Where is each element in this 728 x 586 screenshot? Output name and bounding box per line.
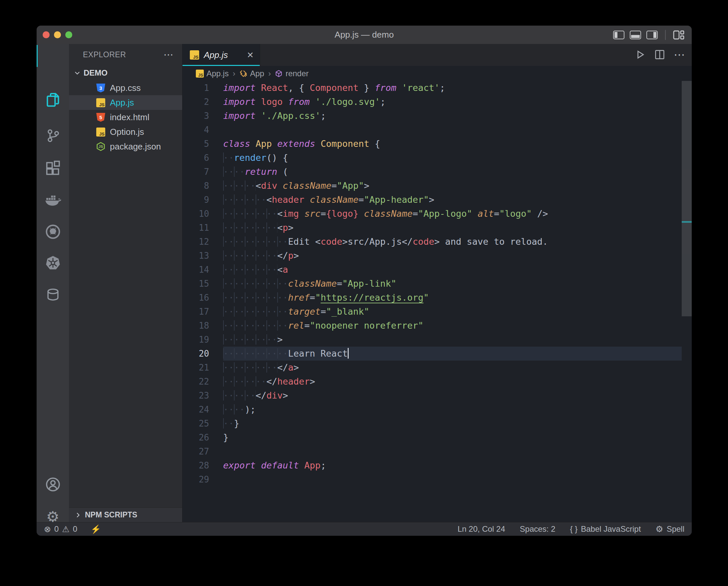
kubernetes-icon: [45, 256, 61, 271]
breadcrumb-app[interactable]: App: [239, 69, 264, 78]
lightning-icon: ⚡: [90, 525, 101, 533]
line-number: 1: [182, 81, 209, 95]
code-line-13[interactable]: 13··········</p>: [182, 249, 692, 263]
node-file-icon: JS: [96, 142, 105, 151]
code-line-2[interactable]: 2import logo from './logo.svg';: [182, 95, 692, 109]
code-line-16[interactable]: 16············href="https://reactjs.org": [182, 291, 692, 305]
line-number: 29: [182, 473, 209, 486]
account-icon: [45, 477, 61, 492]
code-line-11[interactable]: 11··········<p>: [182, 221, 692, 235]
breadcrumb-render[interactable]: render: [275, 69, 308, 78]
code-line-21[interactable]: 21··········</a>: [182, 361, 692, 375]
code-line-17[interactable]: 17············target="_blank": [182, 305, 692, 319]
breadcrumbs: JSApp.js›App›render: [182, 66, 692, 81]
file-label: index.html: [110, 112, 150, 123]
explorer-title: EXPLORER: [83, 50, 163, 59]
line-number: 23: [182, 389, 209, 403]
line-number: 10: [182, 207, 209, 221]
file-item-App.js[interactable]: JSApp.js: [69, 95, 182, 110]
spell-gear-icon: ⚙: [655, 525, 663, 533]
code-line-18[interactable]: 18············rel="noopener noreferrer": [182, 319, 692, 332]
code-line-19[interactable]: 19··········>: [182, 332, 692, 347]
line-number: 28: [182, 458, 209, 473]
code-line-28[interactable]: 28export default App;: [182, 458, 692, 473]
chevron-right-icon: [74, 511, 82, 519]
vscode-window: App.js — demo: [36, 26, 692, 536]
js-file-icon: JS: [190, 50, 199, 60]
code-line-14[interactable]: 14··········<a: [182, 263, 692, 277]
code-line-25[interactable]: 25··}: [182, 417, 692, 430]
file-item-Option.js[interactable]: JSOption.js: [69, 125, 182, 139]
code-line-3[interactable]: 3import './App.css';: [182, 109, 692, 123]
code-line-5[interactable]: 5class App extends Component {: [182, 137, 692, 151]
run-button[interactable]: [634, 49, 646, 60]
line-number: 12: [182, 235, 209, 249]
code-line-27[interactable]: 27: [182, 445, 692, 458]
breadcrumb-app-js[interactable]: JSApp.js: [196, 69, 229, 78]
cursor-overview-mark: [682, 221, 692, 223]
code-line-9[interactable]: 9········<header className="App-header">: [182, 193, 692, 207]
toggle-panel-icon[interactable]: [630, 31, 641, 39]
accounts-button[interactable]: [36, 473, 69, 496]
method-symbol-icon: [275, 70, 283, 78]
line-number: 22: [182, 375, 209, 389]
code-line-10[interactable]: 10··········<img src={logo} className="A…: [182, 207, 692, 221]
tab-appjs[interactable]: JS App.js ✕: [182, 44, 260, 66]
scrollbar-thumb[interactable]: [682, 81, 692, 316]
sidebar-item-source-control[interactable]: [36, 124, 69, 147]
code-line-8[interactable]: 8······<div className="App">: [182, 179, 692, 193]
file-label: Option.js: [110, 127, 144, 137]
line-number: 24: [182, 403, 209, 417]
status-bar: ⊗ 0 ⚠ 0 ⚡ Ln 20, Col 24 Spaces: 2 { } Ba…: [36, 522, 692, 536]
code-line-26[interactable]: 26}: [182, 430, 692, 445]
npm-scripts-section[interactable]: NPM SCRIPTS: [69, 507, 182, 522]
line-number: 19: [182, 332, 209, 347]
sidebar-item-database[interactable]: [36, 283, 69, 306]
power-indicator[interactable]: ⚡: [90, 525, 101, 533]
indentation-indicator[interactable]: Spaces: 2: [520, 525, 555, 534]
sidebar-item-docker[interactable]: [36, 188, 69, 212]
code-line-1[interactable]: 1import React, { Component } from 'react…: [182, 81, 692, 95]
line-number: 14: [182, 263, 209, 277]
close-tab-icon[interactable]: ✕: [247, 50, 254, 60]
titlebar-divider: [665, 30, 666, 40]
sidebar-item-kubernetes[interactable]: [36, 251, 69, 275]
toggle-sidebar-icon[interactable]: [613, 31, 624, 39]
file-list: 3App.cssJSApp.js5index.htmlJSOption.jsJS…: [69, 81, 182, 154]
file-item-package.json[interactable]: JSpackage.json: [69, 139, 182, 154]
line-number: 21: [182, 361, 209, 375]
cursor-position-indicator[interactable]: Ln 20, Col 24: [458, 525, 505, 534]
explorer-sidebar: EXPLORER ⋯ DEMO 3App.cssJSApp.js5index.h…: [69, 44, 182, 522]
code-line-7[interactable]: 7····return (: [182, 165, 692, 179]
line-number: 13: [182, 249, 209, 263]
sidebar-item-github[interactable]: [36, 220, 69, 243]
title-bar[interactable]: App.js — demo: [36, 26, 692, 44]
tab-bar: JS App.js ✕ ⋯: [182, 44, 692, 66]
language-mode-indicator[interactable]: { } Babel JavaScript: [570, 525, 641, 534]
code-line-12[interactable]: 12············Edit <code>src/App.js</cod…: [182, 235, 692, 249]
code-line-6[interactable]: 6··render() {: [182, 151, 692, 165]
toggle-secondary-sidebar-icon[interactable]: [646, 31, 658, 39]
file-item-App.css[interactable]: 3App.css: [69, 81, 182, 95]
spell-checker-indicator[interactable]: ⚙ Spell: [655, 525, 684, 534]
settings-button[interactable]: ⚙: [36, 505, 69, 528]
code-line-29[interactable]: 29: [182, 473, 692, 486]
sidebar-item-extensions[interactable]: [36, 156, 69, 180]
customize-layout-icon[interactable]: [673, 30, 684, 40]
file-item-index.html[interactable]: 5index.html: [69, 110, 182, 125]
code-line-4[interactable]: 4: [182, 123, 692, 137]
code-line-23[interactable]: 23······</div>: [182, 389, 692, 403]
file-label: package.json: [110, 141, 161, 152]
code-editor[interactable]: 1import React, { Component } from 'react…: [182, 81, 692, 522]
code-line-20[interactable]: 20············Learn React: [182, 347, 692, 361]
line-number: 9: [182, 193, 209, 207]
folder-section-demo[interactable]: DEMO: [69, 65, 182, 81]
code-line-24[interactable]: 24····);: [182, 403, 692, 417]
split-editor-icon[interactable]: [654, 49, 665, 60]
code-line-15[interactable]: 15············className="App-link": [182, 277, 692, 291]
line-number: 6: [182, 151, 209, 165]
sidebar-item-explorer[interactable]: [36, 88, 69, 111]
line-number: 8: [182, 179, 209, 193]
active-view-indicator: [36, 45, 37, 67]
code-line-22[interactable]: 22········</header>: [182, 375, 692, 389]
